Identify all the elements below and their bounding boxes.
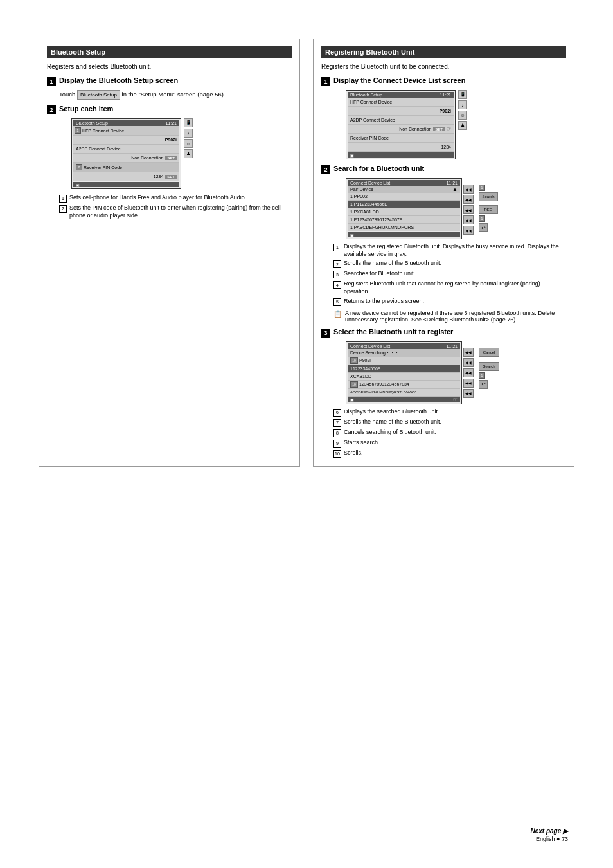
hfp-value: P902i: [165, 138, 177, 142]
step2-ann-5: 5 Returns to the previous screen.: [333, 298, 566, 306]
list-row-2: 1 P11223344556E: [348, 201, 460, 208]
s3-row-5: ABCDEFGHIJKLMNOPQRSTUVWXY: [348, 389, 460, 397]
step3-hand-icon: ☞: [453, 397, 458, 402]
icon-music: ♪: [184, 129, 193, 138]
hfp-label: HFP Connect Device: [82, 129, 124, 133]
step3-sub-header: Device Searching・・・: [348, 349, 460, 357]
step2-ann-4: 4 Registers Bluetooth unit that cannot b…: [333, 280, 566, 295]
step2-title: Setup each item: [59, 105, 113, 113]
a2dp-value: Non Connection: [131, 156, 163, 160]
r1-icon3: ☺: [458, 111, 467, 120]
r1-icon4: ♟: [458, 121, 467, 130]
step2-header: 2 Setup each item: [47, 105, 292, 114]
pin-value: 1234: [154, 174, 164, 179]
footer-icon: ▣: [76, 183, 80, 187]
scroll-btn-5: ◀◀: [463, 226, 474, 235]
ann-num-1: 1: [59, 195, 67, 203]
step3-side-btns: ◀◀ ◀◀ ◀◀ ◀◀ ◀◀: [463, 348, 474, 398]
page-container: Bluetooth Setup Registers and selects Bl…: [0, 0, 613, 868]
step1-prefix: Touch: [59, 91, 75, 98]
left-screen-header: Bluetooth Setup 11:21: [73, 120, 179, 126]
note-icon: 📋: [333, 310, 342, 318]
right-screen-title: Bluetooth Setup: [350, 93, 382, 97]
scroll-btn-3: ◀◀: [463, 205, 474, 214]
right-step1-screen-header: Bluetooth Setup 11:21: [348, 92, 454, 98]
step1-header: 1 Display the Bluetooth Setup screen: [47, 77, 292, 86]
step2-action-btns: 1 Search REG 1 ↩: [479, 185, 498, 232]
right-step1-title: Display the Connect Device List screen: [333, 77, 465, 84]
a2dp-set-button: SET: [165, 156, 177, 160]
r1-hand-icon: ☞: [447, 126, 451, 132]
page-number-line: English ● 73: [530, 836, 568, 842]
right-step1-header: 1 Display the Connect Device List screen: [321, 77, 566, 86]
icon-2: 2: [76, 164, 82, 170]
s3-scroll-3: ◀◀: [463, 368, 474, 377]
screen-row-pin-value: 1234 SET: [73, 172, 179, 181]
step3-ann-9: 9 Starts search.: [333, 439, 566, 448]
left-device-screen: Bluetooth Setup 11:21 1 HFP Connect Devi…: [71, 118, 181, 189]
r1-hfp-value: P902i: [348, 107, 454, 116]
r1-a2dp-label: A2DP Connect Device: [348, 116, 454, 125]
step3-ann-7: 7 Scrolls the name of the Bluetooth unit…: [333, 419, 566, 427]
r1-footer: ▣: [348, 152, 454, 158]
number-btn-1: 1: [479, 185, 485, 191]
pin-label: Receiver PIN Code: [84, 165, 122, 170]
page-number: 73: [562, 836, 568, 842]
step2-ann-3: 3 Searches for Bluetooth unit.: [333, 270, 566, 278]
scroll-btn-4: ◀◀: [463, 215, 474, 224]
s3-scroll-4: ◀◀: [463, 379, 474, 388]
step3-ann-6: 6 Displays the searched Bluetooth unit.: [333, 408, 566, 417]
s3-scroll-5: ◀◀: [463, 389, 474, 398]
r1-icon1: 📱: [458, 90, 467, 99]
step3-ann-10: 10 Scrolls.: [333, 449, 566, 458]
screen-row-a2dp-label: A2DP Connect Device: [73, 145, 179, 154]
list-row-5: 1 PABCDEFGHIJKLMNOPORS: [348, 224, 460, 231]
icon-phone: 📱: [184, 118, 193, 127]
r1-side-icons: 📱 ♪ ☺ ♟: [458, 90, 467, 130]
right-section-title: Registering Bluetooth Unit: [321, 46, 566, 58]
right-step2-num: 2: [321, 165, 330, 174]
icon-1: 1: [75, 127, 81, 134]
a2dp-label: A2DP Connect Device: [76, 147, 121, 151]
step1-title: Display the Bluetooth Setup screen: [59, 77, 178, 84]
right-screen-time: 11:21: [440, 93, 451, 97]
s3-row-3: XCAB1DD: [348, 373, 460, 381]
footer-area: Next page ▶ English ● 73: [530, 827, 568, 842]
step3-screen: Connect Device List 11:21 Device Searchi…: [346, 341, 462, 404]
left-section-intro: Registers and selects Bluetooth unit.: [47, 63, 292, 70]
s3-row-4: 10 12345678901234567834: [348, 381, 460, 389]
list-row-3: 1 PXCA81 DD: [348, 208, 460, 216]
annotation-1: 1 Sets cell-phone for Hands Free and Aud…: [59, 194, 292, 203]
step2-ann-2: 2 Scrolls the name of the Bluetooth unit…: [333, 260, 566, 268]
step2-screen-header: Connect Device List 11:21: [348, 180, 460, 186]
pin-set-button: SET: [165, 175, 177, 179]
screen-row-a2dp-value: Non Connection SET: [73, 154, 179, 163]
language-label: English: [536, 836, 555, 842]
step2-number: 2: [47, 105, 56, 114]
left-section-title: Bluetooth Setup: [47, 46, 292, 58]
right-step1-num: 1: [321, 77, 330, 86]
cancel-btn: Cancel: [479, 348, 499, 357]
step3-screen-header: Connect Device List 11:21: [348, 343, 460, 349]
note-box: 📋 A new device cannot be registered if t…: [333, 310, 566, 323]
scroll-btn-1: ◀◀: [463, 185, 474, 194]
list-row-4: 1 P12345678901234567E: [348, 216, 460, 224]
step2-annotations: 1 Displays the registered Bluetooth unit…: [333, 243, 566, 306]
s3-row-1: 10 P902i: [348, 357, 460, 365]
r1-hfp-label: HFP Connect Device: [348, 98, 454, 107]
right-section-intro: Registers the Bluetooth unit to be conne…: [321, 63, 566, 70]
annotation-2: 2 Sets the PIN code of Bluetooth unit to…: [59, 204, 292, 219]
left-screen-wrapper: Bluetooth Setup 11:21 1 HFP Connect Devi…: [59, 118, 181, 189]
right-step3-header: 3 Select the Bluetooth unit to register: [321, 328, 566, 338]
step1-content: Touch Bluetooth Setup in the "Setup Menu…: [59, 90, 292, 100]
s3-num-10b: 10: [350, 381, 358, 388]
right-step1-screen-wrapper: Bluetooth Setup 11:21 HFP Connect Device…: [333, 90, 456, 159]
r1-pin-label: Receiver PIN Code: [348, 134, 454, 143]
step3-footer: ▣ ☞: [348, 397, 460, 402]
step3-ann-8: 8 Cancels searching of Bluetooth unit.: [333, 429, 566, 437]
step1-suffix: in the "Setup Menu" screen (page 56).: [122, 91, 226, 98]
s3-scroll-1: ◀◀: [463, 348, 474, 357]
right-step1-screen: Bluetooth Setup 11:21 HFP Connect Device…: [346, 90, 456, 159]
step3-action-btns: Cancel Search 1 ↩: [479, 348, 499, 389]
r1-a2dp-value: Non Connection SET ☞: [348, 125, 454, 134]
